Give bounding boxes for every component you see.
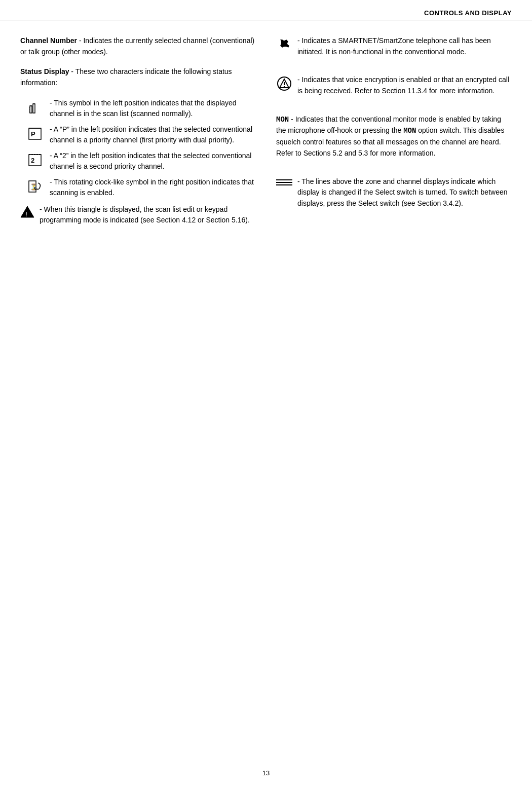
status-display-label: Status Display [20,67,69,76]
channel-number-label: Channel Number [20,36,77,45]
mon-inline: MON [403,127,416,135]
phone-section: - Indicates a SMARTNET/SmartZone telepho… [276,35,512,57]
left-column: Channel Number - Indicates the currently… [20,35,256,232]
channel-number-section: Channel Number - Indicates the currently… [20,35,256,57]
lines-text: - The lines above the zone and channel d… [297,176,512,209]
scan-icon-1 [25,98,45,115]
line-1 [276,179,292,180]
svg-marker-15 [21,206,34,217]
mon-label: MON [276,116,289,124]
svg-rect-1 [33,104,35,113]
svg-point-20 [284,86,285,87]
triangle-block: ! - When this triangle is displayed, the… [20,204,256,226]
page-header: CONTROLS AND DISPLAY [0,0,532,20]
line-2 [276,182,292,183]
rotating-clock-icon: ⏳ [25,177,45,194]
line-3 [276,184,292,185]
priority-p-icon: P [25,124,45,141]
triangle-icon: ! [20,204,34,220]
rotating-clock-text: - This rotating clock-like symbol in the… [50,177,256,198]
priority-2-text: - A “2” in the left position indicates t… [50,150,256,172]
right-column: - Indicates a SMARTNET/SmartZone telepho… [276,35,512,232]
triangle-text: - When this triangle is displayed, the s… [40,204,256,226]
status-display-section: Status Display - These two characters in… [20,66,256,88]
priority-p-text: - A “P” in the left position indicates t… [50,124,256,145]
priority-p-block: P - A “P” in the left position indicates… [25,124,256,145]
page-content: Channel Number - Indicates the currently… [0,20,532,252]
scan-icon-1-block: - This symbol in the left position indic… [25,98,256,119]
priority-2-icon: 2 [25,150,45,168]
priority-2-block: 2 - A “2” in the left position indicates… [25,150,256,172]
scan-icon-1-text: - This symbol in the left position indic… [50,98,256,119]
mon-section: MON - Indicates that the conventional mo… [276,114,512,159]
page-footer: 13 [0,769,532,777]
phone-icon [276,35,292,54]
header-title: CONTROLS AND DISPLAY [424,9,512,17]
encryption-section: - Indicates that voice encryption is ena… [276,74,512,96]
svg-text:P: P [31,130,35,138]
lines-icon [276,176,292,185]
encryption-text: - Indicates that voice encryption is ena… [297,74,512,96]
rotating-clock-block: ⏳ - This rotating clock-like symbol in t… [25,177,256,198]
page-number: 13 [262,769,270,777]
lines-section: - The lines above the zone and channel d… [276,176,512,209]
svg-text:!: ! [25,211,27,217]
svg-text:2: 2 [31,157,34,164]
encryption-icon [276,74,292,93]
phone-text: - Indicates a SMARTNET/SmartZone telepho… [297,35,512,57]
